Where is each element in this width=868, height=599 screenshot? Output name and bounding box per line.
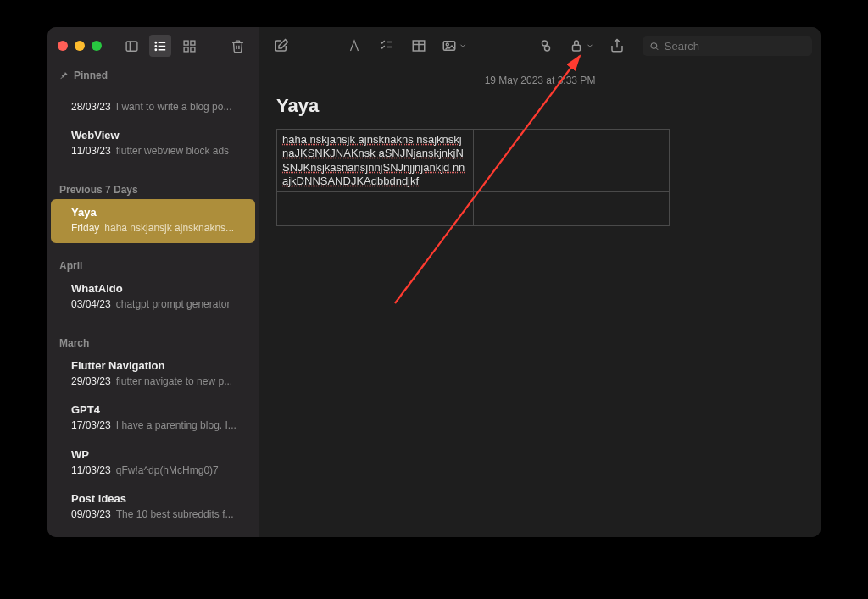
notes-list: Pinned ChatGPT prompts28/03/23I want to … [47, 64, 259, 537]
table-cell-2-2[interactable] [473, 192, 670, 226]
search-icon [649, 41, 659, 52]
note-item-preview: I want to write a blog po... [116, 101, 243, 114]
main-pane: 19 May 2023 at 3:33 PM Yaya haha nskjans… [259, 27, 821, 537]
compose-icon[interactable] [268, 34, 295, 58]
note-item-preview: haha nskjansjk ajnsknakns... [104, 222, 243, 236]
media-icon[interactable] [437, 34, 471, 58]
note-item-date: 17/03/23 [71, 419, 111, 433]
svg-rect-0 [126, 41, 137, 50]
grid-view-icon[interactable] [178, 35, 200, 57]
note-item-title: GPT4 [71, 403, 243, 418]
note-item-date: 11/03/23 [71, 464, 111, 478]
fullscreen-window-button[interactable] [92, 41, 102, 51]
note-item-date: 29/03/23 [71, 375, 111, 389]
svg-point-24 [651, 42, 657, 48]
section-header: April [47, 255, 259, 275]
svg-point-18 [446, 43, 448, 46]
note-item-title: WebView [71, 129, 243, 143]
window-controls [58, 41, 102, 51]
note-item-date: Friday [71, 222, 99, 236]
svg-rect-11 [190, 47, 194, 51]
app-window: Pinned ChatGPT prompts28/03/23I want to … [47, 27, 821, 537]
svg-point-20 [545, 46, 550, 51]
svg-rect-9 [190, 41, 194, 45]
note-item-date: 03/04/23 [71, 298, 111, 312]
note-editor[interactable]: 19 May 2023 at 3:33 PM Yaya haha nskjans… [259, 64, 821, 243]
table-cell-1-1[interactable]: haha nskjansjk ajnsknakns nsajknskjnaJKS… [282, 133, 468, 188]
note-table[interactable]: haha nskjansjk ajnsknakns nsajknskjnaJKS… [276, 129, 670, 226]
main-toolbar [259, 27, 821, 64]
pin-icon [59, 71, 69, 80]
note-item-title: WP [71, 448, 243, 463]
sidebar: Pinned ChatGPT prompts28/03/23I want to … [47, 27, 259, 537]
search-field[interactable] [643, 36, 812, 56]
note-timestamp: 19 May 2023 at 3:33 PM [276, 71, 804, 95]
svg-point-19 [542, 41, 548, 46]
note-item-preview: flutter navigate to new p... [116, 375, 243, 389]
section-header: March [47, 332, 259, 352]
svg-rect-22 [573, 45, 581, 51]
svg-rect-8 [184, 41, 188, 45]
format-text-icon[interactable] [341, 34, 368, 58]
svg-rect-10 [184, 47, 188, 51]
table-cell-1-2[interactable] [473, 130, 670, 192]
note-item-date: 11/03/23 [71, 145, 111, 158]
search-input[interactable] [665, 40, 805, 53]
minimize-window-button[interactable] [75, 41, 85, 51]
svg-point-5 [155, 42, 156, 42]
note-item-preview: The 10 best subreddits f... [116, 508, 243, 522]
sidebar-toolbar [47, 27, 259, 64]
note-list-item[interactable]: WhatAIdo03/04/23chatgpt prompt generator [51, 275, 255, 319]
pinned-label: Pinned [74, 69, 108, 81]
trash-icon[interactable] [226, 35, 248, 57]
note-item-preview: chatgpt prompt generator [116, 298, 243, 312]
note-title[interactable]: Yaya [276, 95, 804, 117]
note-item-title: Flutter Navigation [71, 359, 243, 374]
note-list-item[interactable]: WP11/03/23qFw!a^dp(hMcHmg0)7 [51, 441, 255, 485]
list-view-icon[interactable] [149, 35, 171, 57]
note-item-preview: qFw!a^dp(hMcHmg0)7 [116, 464, 243, 478]
share-icon[interactable] [604, 34, 631, 58]
note-list-item[interactable]: WebView11/03/23flutter webview block ads [51, 122, 255, 166]
table-icon[interactable] [405, 34, 432, 58]
checklist-icon[interactable] [373, 34, 400, 58]
note-item-preview: flutter webview block ads [116, 145, 243, 158]
table-cell-2-1[interactable] [277, 192, 474, 226]
note-item-title: Post ideas [71, 492, 243, 507]
note-item-date: 28/03/23 [71, 101, 111, 114]
note-list-item[interactable]: ChatGPT prompts28/03/23I want to write a… [51, 85, 255, 122]
note-item-date: 09/03/23 [71, 508, 111, 522]
lock-icon[interactable] [565, 34, 598, 58]
svg-line-21 [545, 45, 547, 47]
pinned-section-header: Pinned [47, 64, 259, 85]
note-item-title: Yaya [71, 206, 243, 220]
note-list-item[interactable]: YayaFridayhaha nskjansjk ajnsknakns... [51, 199, 255, 243]
note-item-title: WhatAIdo [71, 282, 243, 297]
note-list-item[interactable]: Post ideas09/03/23The 10 best subreddits… [51, 485, 255, 530]
svg-line-25 [656, 47, 658, 49]
link-icon[interactable] [532, 34, 559, 58]
toggle-sidebar-icon[interactable] [120, 35, 142, 57]
note-list-item[interactable]: Flutter Navigation29/03/23flutter naviga… [51, 352, 255, 397]
svg-point-6 [155, 45, 156, 46]
note-list-item[interactable]: GPT417/03/23I have a parenting blog. I..… [51, 397, 255, 441]
close-window-button[interactable] [58, 41, 68, 51]
note-item-preview: I have a parenting blog. I... [116, 419, 243, 433]
section-header: Previous 7 Days [47, 179, 259, 199]
svg-point-7 [155, 49, 156, 50]
